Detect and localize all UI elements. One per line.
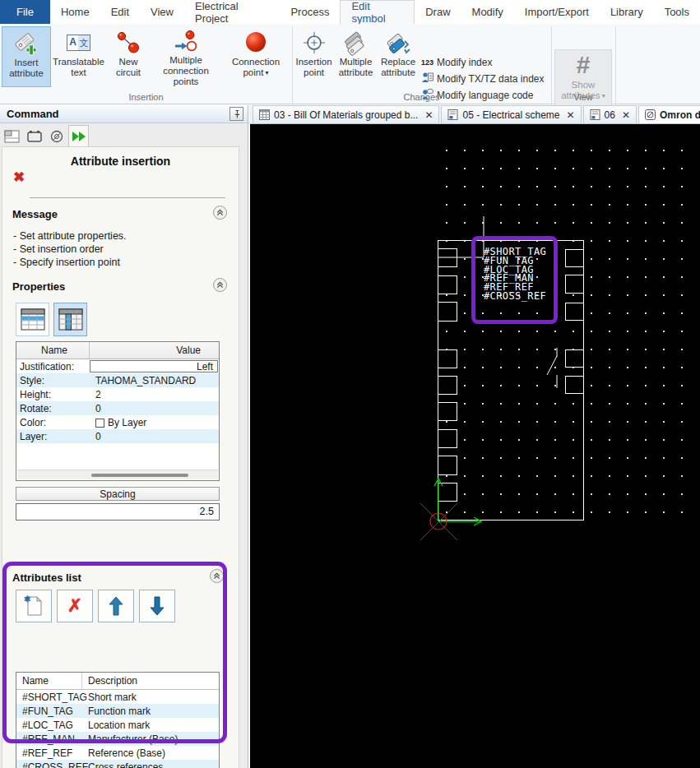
property-row: Color: By Layer: [16, 415, 219, 429]
attribute-row[interactable]: #CROSS_REF Cross references: [16, 760, 219, 768]
spacing-input[interactable]: 2.5: [16, 503, 220, 520]
collapse-properties-button[interactable]: [213, 278, 227, 292]
tab-modify[interactable]: Modify: [461, 0, 514, 24]
property-row: Height: 2: [16, 387, 219, 401]
multiple-attribute-button[interactable]: Multiple attribute: [333, 26, 378, 87]
attribute-name: #LOC_TAG: [16, 719, 82, 731]
form-icon: [4, 130, 20, 143]
marquee-icon: [26, 130, 43, 143]
tab-import-export[interactable]: Import/Export: [514, 0, 600, 24]
attribute-row[interactable]: #LOC_TAG Location mark: [16, 718, 219, 732]
delete-x-icon: ✗: [67, 597, 82, 615]
run-command-tab[interactable]: [68, 125, 89, 146]
style-value-field[interactable]: TAHOMA_STANDARD: [89, 375, 219, 386]
modify-txtz-index-label: Modify TX/TZ data index: [437, 73, 545, 85]
scheme-page-icon: [447, 109, 458, 120]
multiple-connection-points-button[interactable]: Multiple connection points: [151, 26, 220, 87]
attribute-row[interactable]: #REF_MAN Manufacturer (Base): [16, 732, 219, 746]
cancel-command-button[interactable]: ✖: [13, 170, 25, 184]
insert-attribute-label: Insert attribute: [2, 58, 50, 79]
tag-swap-icon: [385, 29, 411, 57]
group-label-insertion: Insertion: [0, 92, 292, 102]
message-section-header: Message: [12, 208, 58, 220]
command-panel-titlebar: Command: [0, 105, 248, 123]
attribute-tag: #CROSS_REF: [484, 292, 546, 301]
doc-tab-06[interactable]: 06 ✕: [583, 105, 637, 123]
doc-tab-omron-drive[interactable]: Omron drive ✕: [638, 105, 700, 123]
tag-plus-icon: [13, 30, 39, 58]
replace-attribute-button[interactable]: Replace attribute: [379, 26, 417, 87]
crosshair-target-icon: [302, 29, 327, 57]
close-tab-icon[interactable]: ✕: [622, 109, 630, 121]
new-attribute-button[interactable]: ✱: [16, 590, 52, 622]
connection-point-button[interactable]: Connection point ▾: [223, 26, 289, 87]
attribute-row[interactable]: #REF_REF Reference (Base): [16, 746, 219, 760]
attributes-table-header: Name Description: [16, 673, 219, 690]
tab-draw[interactable]: Draw: [415, 0, 461, 24]
attribute-name: #REF_MAN: [16, 733, 82, 745]
message-line: - Set insertion order: [13, 243, 127, 256]
new-circuit-button[interactable]: New circuit: [107, 26, 150, 87]
modify-txtz-index-button[interactable]: Modify TX/TZ data index: [421, 71, 549, 86]
properties-grid-header: Name Value: [16, 342, 219, 359]
by-layer-checkbox[interactable]: [95, 419, 104, 428]
tab-tools[interactable]: Tools: [654, 0, 700, 24]
symbol-doc-icon: [645, 109, 656, 120]
attributes-table: Name Description #SHORT_TAG Short mark #…: [16, 672, 220, 768]
insert-attribute-button[interactable]: Insert attribute: [2, 26, 51, 87]
tab-process[interactable]: Process: [280, 0, 340, 24]
rows-view-toggle[interactable]: [16, 303, 49, 336]
tab-electrical-project[interactable]: Electrical Project: [184, 0, 280, 24]
columns-view-toggle[interactable]: [53, 303, 87, 336]
attribute-name: #CROSS_REF: [16, 761, 82, 768]
attribute-description: Reference (Base): [82, 747, 219, 759]
tab-edit-symbol[interactable]: Edit symbol: [340, 0, 415, 24]
property-name: Height:: [16, 389, 89, 400]
arrow-up-icon: [109, 596, 123, 616]
tab-file[interactable]: File: [0, 0, 50, 24]
move-up-button[interactable]: [98, 590, 134, 622]
attribute-row[interactable]: #SHORT_TAG Short mark: [16, 690, 219, 704]
tab-view[interactable]: View: [140, 0, 184, 24]
hash-icon: #: [577, 50, 591, 80]
close-tab-icon[interactable]: ✕: [424, 109, 433, 121]
command-panel: Command: [0, 105, 248, 768]
ribbon: Insert attribute A 文 Translatable text N…: [0, 24, 700, 104]
selection-view-button[interactable]: [24, 127, 44, 146]
insertion-point-button[interactable]: Insertion point: [295, 26, 332, 87]
table-column-view-icon: [58, 308, 83, 331]
symbol-editor-canvas[interactable]: #SHORT_TAG #FUN_TAG #LOC_TAG #REF_MAN #R…: [250, 124, 700, 768]
spacing-header: Spacing: [16, 487, 220, 501]
justification-value-field[interactable]: Left: [90, 360, 218, 372]
attribute-description: Location mark: [82, 719, 219, 731]
collapse-message-button[interactable]: [213, 206, 227, 220]
rotate-value-field[interactable]: 0: [89, 403, 219, 414]
layer-value-field[interactable]: 0: [89, 431, 219, 442]
multiple-connection-points-label: Multiple connection points: [151, 55, 220, 87]
column-header-value: Value: [89, 342, 219, 359]
move-down-button[interactable]: [139, 590, 175, 622]
properties-grid-hscrollbar[interactable]: [17, 470, 218, 479]
collapse-attributes-button[interactable]: [210, 569, 224, 583]
doc-tab-electrical-scheme[interactable]: 05 - Electrical scheme ✕: [441, 105, 581, 123]
svg-text:✱: ✱: [24, 595, 31, 604]
property-row: Justification: Left: [16, 359, 219, 373]
scrollbar-thumb[interactable]: [91, 474, 188, 477]
modify-index-button[interactable]: 123 Modify index: [421, 54, 549, 70]
pin-button[interactable]: [229, 107, 243, 121]
translatable-text-button[interactable]: A 文 Translatable text: [53, 26, 104, 87]
color-value-field[interactable]: By Layer: [89, 417, 219, 428]
tab-library[interactable]: Library: [600, 0, 654, 24]
form-view-button[interactable]: [2, 127, 22, 146]
symbol-view-button[interactable]: [46, 127, 67, 146]
dialog-title: Attribute insertion: [2, 155, 239, 168]
tab-home[interactable]: Home: [50, 0, 100, 24]
doc-tab-bill-of-materials[interactable]: 03 - Bill Of Materials grouped b... ✕: [253, 105, 439, 123]
attribute-name: #REF_REF: [16, 747, 82, 759]
attribute-row[interactable]: #FUN_TAG Function mark: [16, 704, 219, 718]
height-value-field[interactable]: 2: [89, 389, 219, 400]
delete-attribute-button[interactable]: ✗: [57, 590, 93, 622]
tab-edit[interactable]: Edit: [100, 0, 140, 24]
123-icon: 123: [421, 58, 433, 67]
close-tab-icon[interactable]: ✕: [567, 109, 575, 121]
